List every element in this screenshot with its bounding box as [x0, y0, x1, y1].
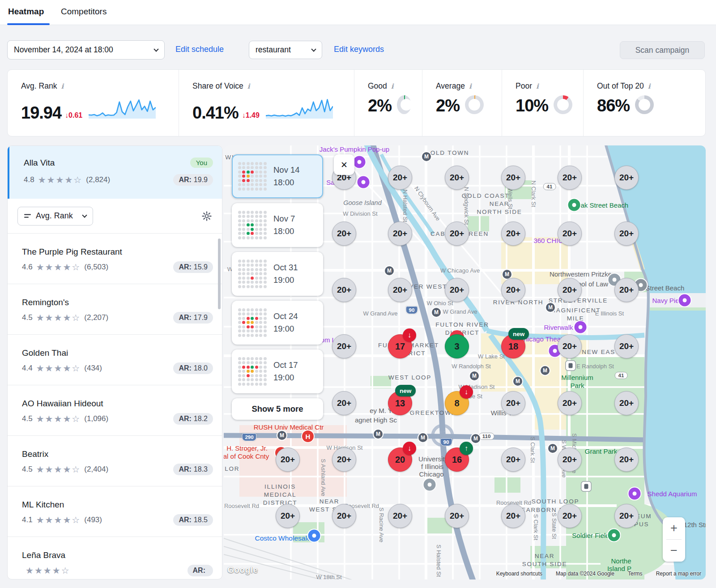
map-pin[interactable]: 20+	[614, 334, 639, 358]
stat-label-text: Avg. Rank	[21, 81, 57, 91]
map-pin[interactable]: 20+	[332, 222, 356, 246]
zoom-in-button[interactable]: +	[663, 517, 685, 539]
scan-history-item[interactable]: Oct 2419:00	[232, 301, 323, 345]
info-icon[interactable]: i	[61, 82, 64, 90]
map-pin[interactable]: 20+	[445, 222, 469, 246]
minimap-dot	[259, 312, 262, 315]
gear-icon[interactable]	[201, 211, 212, 222]
map-pin[interactable]: 20+	[276, 447, 300, 472]
close-icon[interactable]: ✕	[334, 154, 354, 175]
sparkline-chart	[89, 95, 156, 120]
minimap-dot	[242, 170, 245, 174]
list-item[interactable]: Beatrix4.5★★★★☆(2,404)AR:18.3	[8, 436, 222, 486]
pin-circle: 20+	[558, 222, 582, 246]
map-pin[interactable]: 20+	[445, 504, 469, 528]
map-pin[interactable]: 20+	[558, 334, 582, 358]
map-pin[interactable]: 20+	[388, 166, 412, 190]
map-pin-rank[interactable]: 20↓	[388, 447, 412, 472]
minimap-dot	[259, 223, 262, 226]
map-pin[interactable]: 20+	[501, 391, 525, 415]
minimap-dot	[255, 211, 258, 214]
your-business-card[interactable]: Alla Vita You 4.8 ★★★★☆ (2,824) AR:19.9	[8, 146, 222, 199]
minimap-dot	[238, 272, 241, 275]
map-pin-rank[interactable]: 18new	[501, 334, 525, 358]
pin-circle: 20+	[332, 504, 356, 528]
map-pin[interactable]: 20+	[276, 504, 300, 528]
report-map-error-link[interactable]: Report a map error	[656, 571, 701, 577]
tab-heatmap[interactable]: Heatmap	[8, 7, 44, 17]
map-pin-rank[interactable]: 13new	[388, 391, 412, 415]
map-pin[interactable]: 20+	[501, 504, 525, 528]
map-label: N Clark St	[530, 180, 537, 207]
sidebar-scrollbar[interactable]	[218, 239, 221, 309]
map-pin-rank[interactable]: 17↓	[388, 334, 412, 358]
keyword-select[interactable]: restaurant	[249, 41, 322, 59]
map-pin[interactable]: 20+	[558, 447, 582, 472]
scan-minimap	[238, 308, 267, 337]
terms-link[interactable]: Terms	[628, 571, 643, 577]
info-icon[interactable]: i	[469, 82, 472, 90]
map-pin[interactable]: 20+	[614, 504, 639, 528]
scan-history-item[interactable]: Oct 3119:00	[232, 252, 323, 296]
list-item[interactable]: ML Kitchen4.1★★★★☆(493)AR:18.5	[8, 486, 222, 537]
map-pin[interactable]: 20+	[332, 334, 356, 358]
zoom-out-button[interactable]: −	[663, 540, 685, 562]
map-pin[interactable]: 20+	[445, 278, 469, 302]
metro-station-icon: M	[374, 430, 383, 439]
info-icon[interactable]: i	[247, 82, 250, 90]
info-icon[interactable]: i	[536, 82, 539, 90]
map-pin[interactable]: 20+	[332, 504, 356, 528]
map-pin[interactable]: 20+	[388, 504, 412, 528]
list-item[interactable]: Golden Thai4.4★★★★☆(434)AR:18.0	[8, 335, 222, 385]
scan-campaign-button[interactable]: Scan campaign	[620, 41, 705, 59]
map-pin[interactable]: 20+	[388, 278, 412, 302]
map-pin[interactable]: 20+	[332, 391, 356, 415]
map-pin[interactable]: 20+	[332, 447, 356, 472]
list-item[interactable]: Leña Brava★★★★☆AR:	[8, 537, 222, 579]
minimap-dot	[242, 321, 245, 324]
keyboard-shortcuts-link[interactable]: Keyboard shortcuts	[496, 571, 542, 577]
map-canvas[interactable]: Jack's Pumpkin Pop-upSalWICKER PARKOLD T…	[224, 145, 706, 579]
rating-row: 4.5★★★★☆(1,096)AR:18.2	[22, 413, 213, 425]
map-pin[interactable]: 20+	[614, 278, 639, 302]
list-item[interactable]: Remington's4.5★★★★☆(2,207)AR:17.9	[8, 284, 222, 335]
scan-history-item[interactable]: Nov 718:00	[232, 203, 323, 247]
list-item[interactable]: The Purple Pig Restaurant4.6★★★★☆(6,503)…	[8, 234, 222, 284]
map-pin[interactable]: 20+	[501, 278, 525, 302]
info-icon[interactable]: i	[648, 82, 651, 90]
map-pin[interactable]: 20+	[558, 278, 582, 302]
show-more-button[interactable]: Show 5 more	[232, 398, 323, 420]
edit-schedule-link[interactable]: Edit schedule	[175, 45, 224, 54]
map-pin[interactable]: 20+	[558, 166, 582, 190]
list-item[interactable]: AO Hawaiian Hideout4.5★★★★☆(1,096)AR:18.…	[8, 385, 222, 436]
map-pin-rank[interactable]: 3	[445, 334, 469, 358]
metro-station-icon: M	[432, 308, 441, 317]
map-pin[interactable]: 20+	[558, 391, 582, 415]
map-pin[interactable]: 20+	[501, 222, 525, 246]
minimap-dot	[255, 329, 258, 332]
minimap-dot	[238, 228, 241, 231]
map-pin[interactable]: 20+	[332, 278, 356, 302]
scan-history-item[interactable]: Oct 1719:00	[232, 349, 323, 393]
map-pin-rank[interactable]: 16↑	[445, 447, 469, 472]
avg-rank-badge: AR:17.9	[173, 312, 213, 324]
minimap-dot	[259, 187, 262, 191]
scan-history-item[interactable]: Nov 1418:00	[232, 154, 323, 198]
map-pin[interactable]: 20+	[614, 166, 639, 190]
sort-select[interactable]: Avg. Rank	[17, 207, 93, 226]
map-pin[interactable]: 20+	[558, 504, 582, 528]
map-pin[interactable]: 20+	[614, 447, 639, 472]
map-pin[interactable]: 20+	[501, 447, 525, 472]
edit-keywords-link[interactable]: Edit keywords	[334, 45, 384, 54]
map-pin[interactable]: 20+	[388, 222, 412, 246]
minimap-dot	[247, 329, 250, 332]
map-pin[interactable]: 20+	[445, 166, 469, 190]
date-select[interactable]: November 14, 2024 at 18:00	[7, 40, 165, 60]
map-pin[interactable]: 20+	[614, 222, 639, 246]
map-pin[interactable]: 20+	[558, 222, 582, 246]
map-pin-rank[interactable]: 8↓	[445, 391, 469, 415]
map-pin[interactable]: 20+	[501, 166, 525, 190]
tab-competitors[interactable]: Competitors	[61, 7, 107, 17]
info-icon[interactable]: i	[391, 82, 394, 90]
map-pin[interactable]: 20+	[614, 391, 639, 415]
